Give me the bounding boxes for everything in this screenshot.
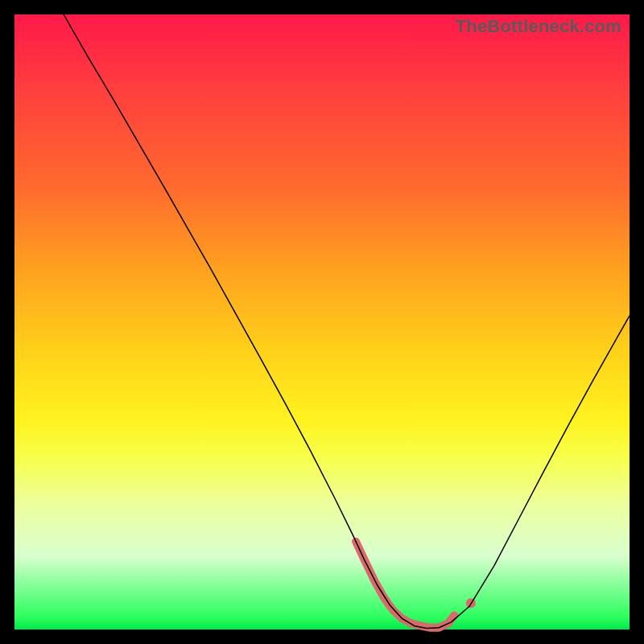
highlight-path [356, 542, 454, 628]
curve-layer [14, 14, 630, 630]
plot-area: TheBottleneck.com [14, 14, 630, 630]
chart-stage: TheBottleneck.com [0, 0, 644, 644]
main-curve [64, 14, 630, 628]
